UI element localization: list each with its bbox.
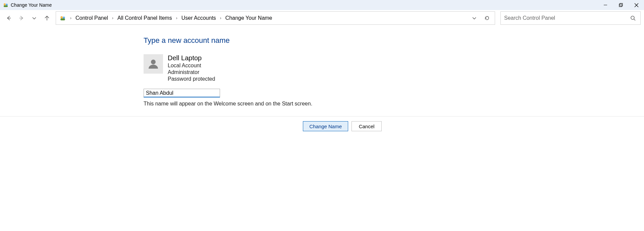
svg-rect-5 (620, 3, 623, 6)
titlebar: Change Your Name (0, 0, 644, 10)
svg-rect-2 (4, 5, 8, 7)
svg-rect-13 (60, 18, 65, 20)
svg-point-11 (60, 16, 63, 18)
breadcrumb-user-accounts[interactable]: User Accounts (180, 14, 217, 22)
hint-text: This name will appear on the Welcome scr… (144, 101, 385, 107)
chevron-right-icon[interactable]: › (70, 16, 71, 20)
address-dropdown-button[interactable] (469, 12, 480, 24)
close-button[interactable] (629, 0, 644, 10)
address-bar[interactable]: › Control Panel › All Control Panel Item… (56, 11, 495, 25)
account-role: Administrator (168, 69, 215, 75)
navigation-row: › Control Panel › All Control Panel Item… (0, 10, 644, 26)
breadcrumb-all-items[interactable]: All Control Panel Items (116, 14, 173, 22)
forward-button[interactable] (16, 13, 27, 23)
maximize-button[interactable] (613, 0, 629, 10)
chevron-right-icon[interactable]: › (176, 16, 177, 20)
svg-point-0 (4, 3, 6, 5)
minimize-button[interactable] (598, 0, 613, 10)
app-icon (3, 2, 9, 8)
svg-line-15 (634, 19, 635, 20)
location-icon (59, 15, 66, 21)
page-heading: Type a new account name (144, 36, 385, 45)
change-name-button[interactable]: Change Name (303, 121, 348, 131)
svg-rect-4 (619, 4, 622, 7)
breadcrumb-change-name[interactable]: Change Your Name (224, 14, 274, 22)
chevron-right-icon[interactable]: › (112, 16, 113, 20)
chevron-right-icon[interactable]: › (220, 16, 221, 20)
window-title: Change Your Name (11, 2, 52, 8)
search-input[interactable] (504, 15, 629, 21)
account-name: Dell Laptop (168, 54, 215, 62)
breadcrumb-control-panel[interactable]: Control Panel (74, 14, 109, 22)
avatar-icon (144, 54, 163, 74)
new-name-input[interactable] (144, 89, 220, 97)
cancel-button[interactable]: Cancel (352, 121, 382, 131)
back-button[interactable] (3, 13, 14, 23)
refresh-button[interactable] (481, 12, 493, 24)
up-button[interactable] (42, 13, 52, 23)
account-protection: Password protected (168, 76, 215, 82)
svg-point-16 (151, 60, 156, 64)
search-box[interactable] (500, 11, 641, 25)
button-row: Change Name Cancel (144, 117, 382, 131)
content-area: Type a new account name Dell Laptop Loca… (0, 26, 644, 131)
account-type: Local Account (168, 63, 215, 69)
svg-point-14 (631, 16, 634, 19)
search-icon[interactable] (629, 14, 637, 22)
recent-locations-button[interactable] (29, 13, 40, 23)
account-summary: Dell Laptop Local Account Administrator … (144, 54, 385, 82)
